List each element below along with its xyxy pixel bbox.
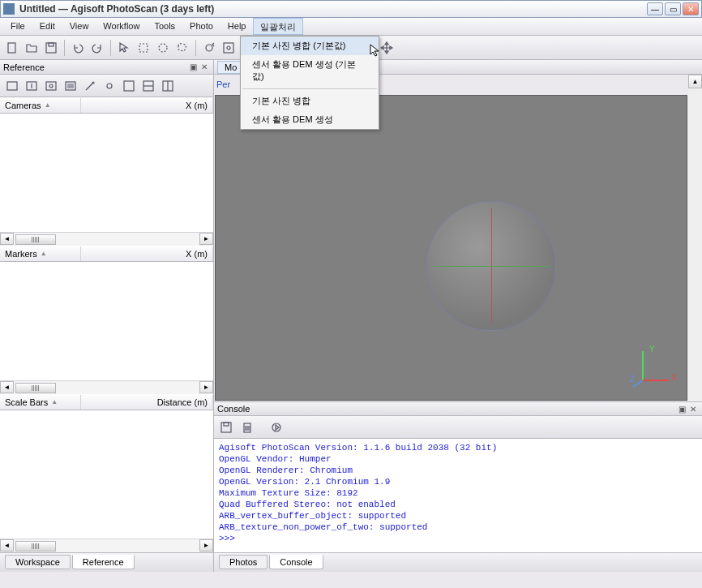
app-icon (3, 3, 15, 15)
console-run-button[interactable] (268, 418, 285, 436)
zoom-region-tool[interactable] (220, 39, 238, 57)
cameras-col2: X (m) (186, 101, 208, 110)
scalebars-col2: Distance (m) (157, 397, 208, 407)
scalebars-label: Scale Bars (5, 397, 48, 407)
redo-button[interactable] (88, 39, 106, 57)
reference-toolbar (0, 75, 213, 97)
tab-workspace[interactable]: Workspace (5, 555, 71, 569)
svg-rect-40 (221, 423, 231, 432)
console-clear-button[interactable] (238, 418, 256, 436)
sort-asc-icon: ▲ (41, 250, 47, 257)
console-save-button[interactable] (217, 418, 235, 436)
markers-list (0, 262, 213, 380)
console-title: Console (217, 404, 676, 414)
rotate-tool[interactable] (200, 39, 218, 57)
cameras-header[interactable]: Cameras▲ X (m) (0, 97, 213, 114)
scalebars-hscroll[interactable]: ◄ ► (0, 539, 213, 552)
right-bottom-tabs: Photos Console (214, 552, 702, 572)
markers-header[interactable]: Markers▲ X (m) (0, 246, 213, 262)
menu-edit[interactable]: Edit (32, 18, 62, 35)
svg-rect-3 (49, 43, 54, 46)
svg-rect-0 (8, 43, 15, 53)
view3-button[interactable] (159, 77, 177, 95)
link-button[interactable] (101, 77, 118, 95)
reference-panel-title: Reference (3, 62, 187, 72)
close-panel-icon[interactable]: ✕ (199, 62, 210, 73)
scalebars-header[interactable]: Scale Bars▲ Distance (m) (0, 394, 213, 410)
open-button[interactable] (23, 39, 41, 57)
svg-point-31 (92, 82, 94, 84)
svg-rect-32 (124, 81, 134, 91)
dropdown-separator (242, 88, 377, 89)
tab-console[interactable]: Console (269, 555, 323, 569)
axis-gizmo: Y X Z (631, 348, 672, 388)
axis-x-label: X (671, 373, 677, 382)
menu-help[interactable]: Help (220, 18, 254, 35)
rect-select-tool[interactable] (135, 39, 152, 57)
menu-bar: File Edit View Workflow Tools Photo Help… (0, 18, 702, 36)
console-undock-icon[interactable]: ▣ (676, 403, 687, 414)
svg-marker-44 (276, 425, 279, 430)
title-bar: Untitled — Agisoft PhotoScan (3 days lef… (0, 0, 702, 18)
svg-rect-5 (139, 44, 148, 52)
markers-col2: X (m) (186, 249, 208, 259)
import-ref-button[interactable] (3, 77, 21, 95)
maximize-button[interactable]: ▭ (665, 2, 681, 15)
menu-tools[interactable]: Tools (147, 18, 182, 35)
close-button[interactable]: ✕ (683, 2, 699, 15)
markers-label: Markers (5, 249, 37, 259)
svg-rect-27 (46, 82, 56, 90)
export-ref-button[interactable] (23, 77, 41, 95)
dropdown-item-dem[interactable]: 센서 활용 DEM 생성 (241, 110, 379, 129)
circle-select-tool[interactable] (154, 39, 172, 57)
svg-rect-41 (224, 423, 229, 426)
left-bottom-tabs: Workspace Reference (0, 552, 213, 572)
menu-workflow[interactable]: Workflow (96, 18, 147, 35)
scalebars-list (0, 410, 213, 539)
wand-button[interactable] (81, 77, 99, 95)
save-button[interactable] (42, 39, 60, 57)
dropdown-item-dem-default[interactable]: 센서 활용 DEM 생성 (기본값) (241, 55, 379, 86)
tab-photos[interactable]: Photos (219, 555, 268, 569)
minimize-button[interactable]: — (647, 2, 663, 15)
axis-z-label: Z (630, 375, 635, 384)
new-button[interactable] (3, 39, 21, 57)
menu-batch[interactable]: 일괄처리 (253, 18, 303, 35)
convert-ref-button[interactable] (42, 77, 60, 95)
batch-dropdown-menu: 기본 사진 병합 (기본값) 센서 활용 DEM 생성 (기본값) 기본 사진 … (240, 36, 379, 130)
undock-icon[interactable]: ▣ (187, 62, 199, 73)
cameras-label: Cameras (5, 101, 41, 110)
viewport-vscroll[interactable]: ▲ (688, 75, 702, 401)
svg-line-30 (86, 84, 92, 90)
svg-point-7 (206, 45, 212, 51)
svg-point-6 (159, 44, 167, 52)
svg-rect-25 (7, 82, 17, 90)
axis-y-label: Y (649, 345, 655, 354)
menu-view[interactable]: View (62, 18, 96, 35)
svg-point-9 (227, 46, 230, 49)
undo-button[interactable] (69, 39, 87, 57)
menu-photo[interactable]: Photo (182, 18, 220, 35)
cameras-hscroll[interactable]: ◄ ► (0, 232, 213, 246)
sort-asc-icon: ▲ (51, 398, 58, 406)
cameras-list (0, 114, 213, 232)
console-output[interactable]: Agisoft PhotoScan Version: 1.1.6 build 2… (214, 439, 702, 552)
reference-panel-header: Reference ▣ ✕ (0, 60, 213, 75)
console-close-icon[interactable]: ✕ (687, 403, 699, 414)
view2-button[interactable] (139, 77, 157, 95)
svg-point-28 (49, 84, 53, 88)
markers-hscroll[interactable]: ◄ ► (0, 380, 213, 394)
trackball-sphere (426, 201, 556, 331)
view1-button[interactable] (120, 77, 138, 95)
window-title: Untitled — Agisoft PhotoScan (3 days lef… (19, 3, 647, 15)
3d-viewport[interactable]: Y X Z (215, 95, 687, 401)
dropdown-item-merge-default[interactable]: 기본 사진 병합 (기본값) (241, 36, 379, 55)
tab-reference[interactable]: Reference (72, 555, 135, 569)
move-axis-button[interactable] (378, 39, 396, 57)
dropdown-item-merge[interactable]: 기본 사진 병합 (241, 92, 379, 110)
lasso-select-tool[interactable] (173, 39, 191, 57)
sort-asc-icon: ▲ (45, 101, 51, 109)
settings-ref-button[interactable] (62, 77, 79, 95)
pointer-tool[interactable] (115, 39, 133, 57)
menu-file[interactable]: File (3, 18, 32, 35)
